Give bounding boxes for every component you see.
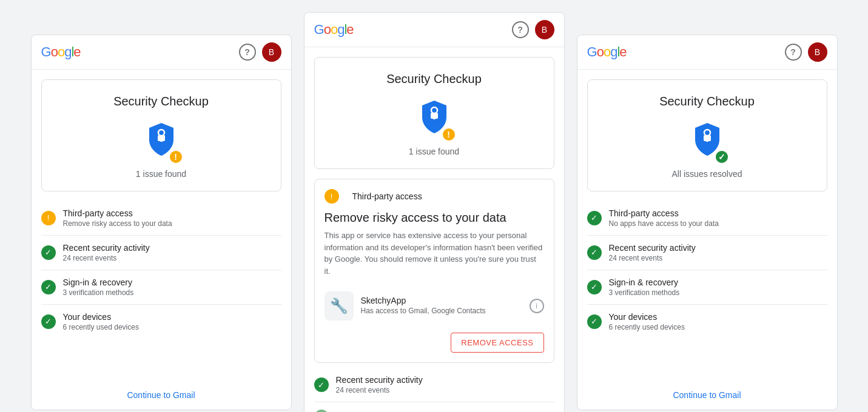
item-text-3-2: Recent security activity 24 recent event… (609, 243, 696, 262)
warning-icon-1: ! (41, 211, 56, 225)
item-security-activity-3[interactable]: ✓ Recent security activity 24 recent eve… (587, 236, 827, 270)
avatar-1[interactable]: B (262, 42, 281, 62)
panel-1: Google ? B Security Checkup ! 1 issue fo… (31, 35, 292, 410)
success-icon-3a: ✓ (587, 211, 602, 225)
header-1: Google ? B (32, 35, 291, 70)
expanded-warning-header-2: ! Third-party access (325, 189, 544, 204)
help-icon-2[interactable]: ? (512, 21, 529, 38)
partial-item-signin-2[interactable]: ✓ Sign-in & recovery (314, 402, 554, 412)
item-security-activity-1[interactable]: ✓ Recent security activity 24 recent eve… (41, 236, 281, 270)
items-section-3: ✓ Third-party access No apps have access… (577, 201, 837, 380)
svg-rect-5 (433, 116, 436, 119)
expanded-heading-2: Remove risky access to your data (325, 211, 544, 225)
security-card-1: Security Checkup ! 1 issue found (41, 79, 281, 191)
status-text-2: 1 issue found (325, 147, 544, 156)
google-logo-3: Google (587, 44, 627, 60)
svg-rect-8 (706, 138, 708, 142)
expanded-section-2: ! Third-party access Remove risky access… (314, 179, 554, 363)
header-icons-3: ? B (785, 42, 827, 62)
status-text-3: All issues resolved (597, 169, 817, 179)
status-text-1: 1 issue found (52, 169, 271, 179)
avatar-3[interactable]: B (808, 42, 827, 62)
svg-rect-2 (160, 138, 163, 142)
shield-container-3: ✓ (688, 121, 727, 162)
remove-access-button[interactable]: REMOVE ACCESS (451, 333, 543, 353)
item-text-3-4: Your devices 6 recently used devices (609, 312, 685, 331)
success-icon-2b: ✓ (314, 410, 329, 412)
app-info-2: SketchyApp Has access to Gmail, Google C… (361, 296, 522, 316)
partial-items-2: ✓ Recent security activity 24 recent eve… (304, 368, 564, 412)
warning-badge-2: ! (442, 127, 456, 142)
success-icon-2a: ✓ (314, 377, 329, 392)
remove-btn-container-2: REMOVE ACCESS (325, 333, 544, 353)
warning-badge-1: ! (169, 150, 183, 164)
header-icons-2: ? B (512, 20, 554, 39)
success-icon-3d: ✓ (587, 314, 602, 329)
card-title-1: Security Checkup (52, 95, 271, 108)
success-badge-3: ✓ (715, 150, 729, 164)
item-text-4: Your devices 6 recently used devices (63, 312, 139, 331)
app-row-2: 🔧 SketchyApp Has access to Gmail, Google… (325, 287, 544, 325)
item-text-2: Recent security activity 24 recent event… (63, 243, 150, 262)
success-icon-1c: ✓ (41, 314, 56, 329)
success-icon-1b: ✓ (41, 280, 56, 294)
continue-link-1[interactable]: Continue to Gmail (32, 380, 291, 410)
item-signin-1[interactable]: ✓ Sign-in & recovery 3 verification meth… (41, 270, 281, 305)
items-section-1: ! Third-party access Remove risky access… (32, 201, 291, 380)
item-third-party-3[interactable]: ✓ Third-party access No apps have access… (587, 201, 827, 236)
item-devices-1[interactable]: ✓ Your devices 6 recently used devices (41, 305, 281, 339)
panel-2: Google ? B Security Checkup ! 1 issue fo… (304, 12, 565, 412)
expanded-description-2: This app or service has extensive access… (325, 230, 544, 277)
info-icon-2[interactable]: i (530, 299, 544, 313)
item-third-party-1[interactable]: ! Third-party access Remove risky access… (41, 201, 281, 236)
item-text-3-3: Sign-in & recovery 3 verification method… (609, 277, 680, 297)
avatar-2[interactable]: B (535, 20, 554, 39)
success-icon-3c: ✓ (587, 280, 602, 294)
item-text-3: Sign-in & recovery 3 verification method… (63, 277, 134, 297)
security-card-3: Security Checkup ✓ All issues resolved (587, 79, 827, 191)
card-title-3: Security Checkup (597, 95, 817, 108)
app-name-2: SketchyApp (361, 296, 522, 305)
item-text-1: Third-party access Remove risky access t… (63, 208, 172, 228)
shield-container-2: ! (415, 98, 454, 139)
panel-3: Google ? B Security Checkup ✓ All issues… (577, 35, 838, 410)
partial-item-security-2[interactable]: ✓ Recent security activity 24 recent eve… (314, 368, 554, 402)
success-icon-3b: ✓ (587, 245, 602, 260)
header-icons-1: ? B (239, 42, 281, 62)
google-logo-2: Google (314, 22, 354, 38)
app-icon-2: 🔧 (325, 291, 354, 321)
item-devices-3[interactable]: ✓ Your devices 6 recently used devices (587, 305, 827, 339)
app-access-2: Has access to Gmail, Google Contacts (361, 305, 522, 316)
expanded-warning-label-2: Third-party access (352, 191, 422, 201)
shield-container-1: ! (142, 121, 181, 162)
card-title-2: Security Checkup (325, 72, 544, 86)
item-text-3-1: Third-party access No apps have access t… (609, 208, 719, 228)
continue-link-3[interactable]: Continue to Gmail (577, 380, 837, 410)
google-logo-1: Google (41, 44, 81, 60)
partial-item-text-1: Recent security activity 24 recent event… (336, 375, 423, 394)
warning-icon-2: ! (325, 189, 339, 204)
success-icon-1a: ✓ (41, 245, 56, 260)
item-signin-3[interactable]: ✓ Sign-in & recovery 3 verification meth… (587, 270, 827, 305)
header-3: Google ? B (577, 35, 837, 70)
help-icon-1[interactable]: ? (239, 44, 256, 61)
help-icon-3[interactable]: ? (785, 44, 802, 61)
header-2: Google ? B (304, 13, 564, 47)
security-card-2: Security Checkup ! 1 issue found (314, 57, 554, 169)
